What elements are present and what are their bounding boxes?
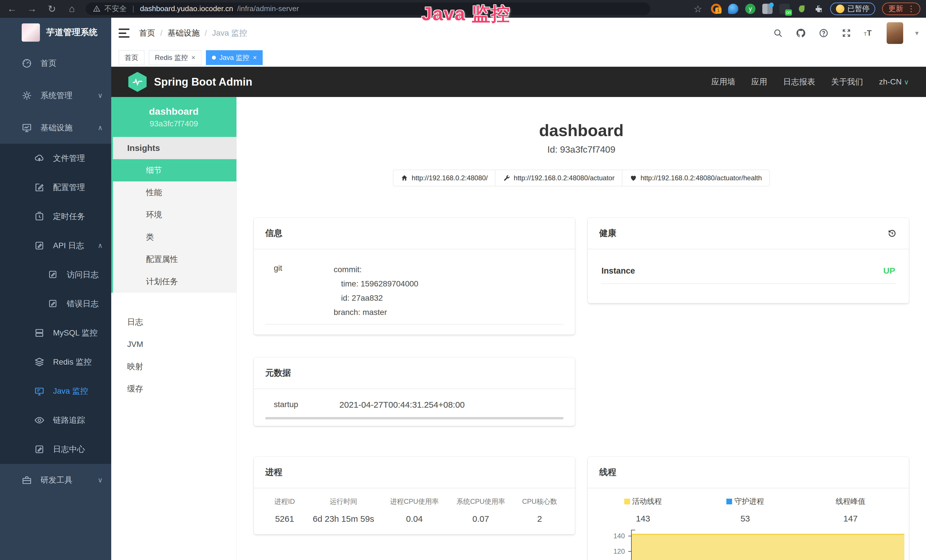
- sba-language-select[interactable]: zh-CN ∨: [879, 77, 909, 86]
- extension-on-badge: on: [785, 9, 792, 16]
- sba-body: dashboard 93a3fc7f7409 Insights 细节 性能 环境…: [111, 97, 926, 560]
- extensions-puzzle-icon[interactable]: [814, 4, 823, 14]
- sidebar-item-mysql-monitor[interactable]: MySQL 监控: [0, 318, 111, 348]
- url-host: dashboard.yudao.iocoder.cn: [140, 4, 233, 13]
- sidebar-item-config-manage[interactable]: 配置管理: [0, 173, 111, 202]
- font-size-icon[interactable]: TT: [864, 28, 875, 38]
- home-icon[interactable]: ⌂: [66, 3, 78, 15]
- help-icon[interactable]: [818, 28, 829, 38]
- app-sidebar: 芋道管理系统 首页 系统管理 ∨ 基础设施 ∧: [0, 18, 111, 560]
- service-url: http://192.168.0.2:48080/: [412, 174, 488, 182]
- instance-menu-mappings[interactable]: 映射: [111, 356, 236, 378]
- info-card: 信息 git commit: time: 1596289704000 id: 2…: [254, 218, 575, 334]
- monitor-chart-icon: [22, 123, 32, 133]
- github-icon[interactable]: [795, 28, 806, 38]
- close-icon[interactable]: ×: [253, 54, 257, 62]
- process-uptime: 6d 23h 15m 59s: [306, 514, 381, 524]
- sidebar-item-access-log[interactable]: 访问日志: [0, 260, 111, 289]
- tick-mark: [628, 536, 631, 536]
- sidebar-item-label: Redis 监控: [53, 357, 92, 368]
- sidebar-item-file-manage[interactable]: 文件管理: [0, 144, 111, 173]
- sidebar-item-dev-tools[interactable]: 研发工具 ∨: [0, 464, 111, 496]
- sidebar-item-system[interactable]: 系统管理 ∨: [0, 79, 111, 112]
- sidebar-item-scheduled-job[interactable]: 定时任务: [0, 202, 111, 231]
- sba-nav-about[interactable]: 关于我们: [831, 76, 863, 87]
- search-icon[interactable]: [773, 28, 784, 38]
- edit-note-icon: [48, 269, 58, 280]
- app-logo: [22, 23, 40, 42]
- extension-colorzilla-icon[interactable]: 1: [711, 4, 721, 14]
- annotation-overlay: Java 监控: [422, 1, 510, 27]
- menu-kebab-icon[interactable]: ⋮: [907, 4, 915, 14]
- sidebar-item-redis-monitor[interactable]: Redis 监控: [0, 348, 111, 377]
- sba-nav-applications[interactable]: 应用: [751, 76, 767, 87]
- tab-home[interactable]: 首页: [119, 50, 144, 65]
- sba-nav-journal[interactable]: 日志报表: [783, 76, 815, 87]
- instance-sidebar: dashboard 93a3fc7f7409 Insights 细节 性能 环境…: [111, 97, 237, 560]
- horizontal-scrollbar[interactable]: [265, 417, 563, 419]
- instance-menu-jvm[interactable]: JVM: [111, 333, 236, 356]
- edit-note-icon: [34, 444, 44, 454]
- health-url-button[interactable]: http://192.168.0.2:48080/actuator/health: [622, 170, 770, 186]
- sidebar-item-java-monitor[interactable]: Java 监控: [0, 377, 111, 406]
- hamburger-icon[interactable]: [119, 29, 130, 38]
- instance-menu-environment[interactable]: 环境: [113, 204, 236, 226]
- y-axis-tick: 120: [588, 548, 625, 555]
- sidebar-item-error-log[interactable]: 错误日志: [0, 289, 111, 318]
- close-icon[interactable]: ×: [191, 54, 195, 62]
- bookmark-star-icon[interactable]: ☆: [691, 3, 704, 15]
- back-icon[interactable]: ←: [6, 3, 18, 15]
- sidebar-item-api-log[interactable]: API 日志 ∧: [0, 231, 111, 260]
- sidebar-item-label: 文件管理: [53, 153, 85, 164]
- chevron-down-icon: ∨: [98, 476, 103, 484]
- sidebar-item-log-center[interactable]: 日志中心: [0, 435, 111, 464]
- instance-menu-config-props[interactable]: 配置属性: [113, 248, 236, 271]
- sidebar-item-trace[interactable]: 链路追踪: [0, 406, 111, 435]
- fullscreen-icon[interactable]: [841, 28, 852, 38]
- instance-menu-logs[interactable]: 日志: [111, 311, 236, 333]
- sba-nav-wallboard[interactable]: 应用墙: [711, 76, 735, 87]
- health-card: 健康 Instance UP: [588, 218, 909, 303]
- breadcrumb: 首页 / 基础设施 / Java 监控: [139, 28, 247, 38]
- instance-menu-details[interactable]: 细节: [113, 159, 236, 182]
- extension-pin-icon[interactable]: [728, 4, 738, 14]
- sidebar-item-infra[interactable]: 基础设施 ∧: [0, 112, 111, 144]
- forward-icon[interactable]: →: [26, 3, 38, 15]
- tick-mark: [628, 551, 631, 552]
- instance-menu-caches[interactable]: 缓存: [111, 378, 236, 400]
- tab-redis-monitor[interactable]: Redis 监控 ×: [149, 50, 201, 65]
- breadcrumb-infra[interactable]: 基础设施: [168, 28, 200, 38]
- sidebar-item-label: 错误日志: [67, 298, 99, 309]
- address-bar[interactable]: 不安全 | dashboard.yudao.iocoder.cn/infra/a…: [86, 3, 650, 15]
- threads-chart: 140 120 100: [588, 530, 909, 560]
- actuator-url-button[interactable]: http://192.168.0.2:48080/actuator: [495, 170, 622, 186]
- service-url-button[interactable]: http://192.168.0.2:48080/: [393, 170, 495, 186]
- instance-menu-classes[interactable]: 类: [113, 226, 236, 248]
- metadata-card-title: 元数据: [265, 367, 291, 379]
- instance-name: dashboard: [149, 106, 199, 117]
- chrome-update-button[interactable]: 更新 ⋮: [882, 3, 920, 15]
- infra-submenu: 文件管理 配置管理 定时任务 API 日志 ∧: [0, 144, 111, 464]
- extension-vue-devtools-icon[interactable]: y: [745, 4, 755, 14]
- breadcrumb-separator: /: [205, 29, 207, 38]
- breadcrumb-home[interactable]: 首页: [139, 28, 155, 38]
- app-logo-row[interactable]: 芋道管理系统: [0, 18, 111, 47]
- extension-sprout-icon[interactable]: [796, 4, 807, 14]
- instance-menu-scheduled-tasks[interactable]: 计划任务: [113, 271, 236, 293]
- sidebar-item-label: 访问日志: [67, 269, 99, 280]
- extension-switch-icon[interactable]: on: [779, 4, 790, 14]
- instance-menu-metrics[interactable]: 性能: [113, 182, 236, 204]
- server-icon: [34, 328, 44, 338]
- history-icon[interactable]: [887, 228, 897, 239]
- edit-square-icon: [34, 182, 44, 192]
- tab-java-monitor[interactable]: Java 监控 ×: [206, 50, 263, 65]
- user-avatar[interactable]: [887, 22, 903, 44]
- extension-grid-icon[interactable]: [762, 4, 773, 14]
- breadcrumb-current: Java 监控: [212, 28, 247, 38]
- user-menu-caret-icon[interactable]: ▾: [915, 29, 918, 37]
- sidebar-item-home[interactable]: 首页: [0, 47, 111, 79]
- instance-header: dashboard 93a3fc7f7409: [111, 97, 236, 137]
- paused-extension-button[interactable]: 已暂停: [830, 3, 875, 15]
- page-topbar: 首页 / 基础设施 / Java 监控: [111, 18, 926, 48]
- reload-icon[interactable]: ↻: [45, 3, 58, 15]
